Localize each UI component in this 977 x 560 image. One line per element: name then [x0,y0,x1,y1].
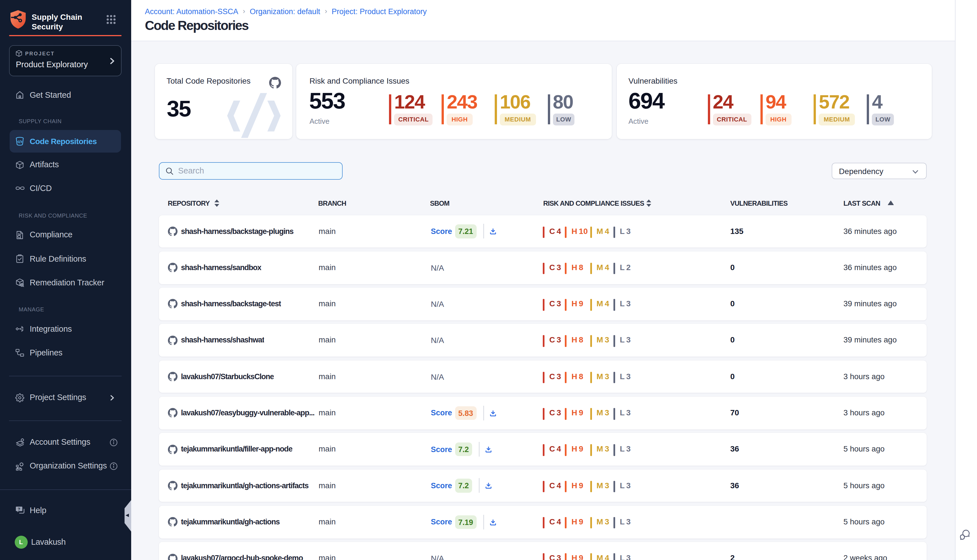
svg-text:?: ? [18,507,20,512]
